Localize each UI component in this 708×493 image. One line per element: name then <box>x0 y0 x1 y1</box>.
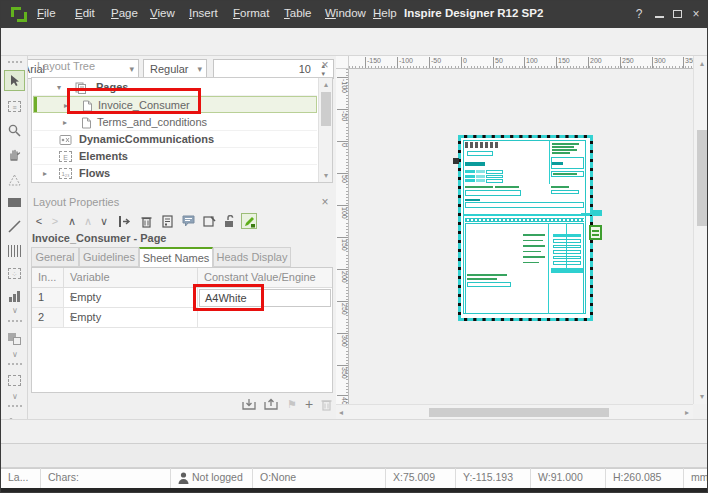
flow-anchor-handle[interactable] <box>589 225 602 240</box>
menu-file[interactable]: File <box>37 7 56 19</box>
help-button[interactable]: ? <box>631 6 647 22</box>
scrollbar-thumb[interactable] <box>697 130 707 226</box>
scroll-right-icon[interactable]: ▸ <box>685 408 689 417</box>
status-units[interactable]: mm <box>684 468 708 488</box>
nav-forward-button[interactable]: > <box>47 213 63 229</box>
scroll-left-icon[interactable]: ◂ <box>339 408 343 417</box>
font-style-select[interactable]: Regular ▾ <box>143 59 207 79</box>
font-size-input[interactable]: 10 ▴ ▾ <box>213 59 334 79</box>
variable-select[interactable]: Empty▾ <box>64 308 198 328</box>
close-button[interactable]: × <box>688 6 704 22</box>
scroll-down-icon[interactable]: ▾ <box>694 392 708 401</box>
menu-window[interactable]: Window <box>325 7 366 19</box>
flag-icon[interactable]: ⚑ <box>284 397 300 411</box>
move-down-button[interactable]: ∨ <box>96 213 112 229</box>
insert-before-button[interactable] <box>116 213 132 229</box>
status-login[interactable]: Not logged <box>171 468 253 488</box>
lock-button[interactable] <box>221 213 237 229</box>
chevron-down-icon: ▾ <box>70 313 192 322</box>
comment-button[interactable] <box>180 213 196 229</box>
move-up-button[interactable]: ∧ <box>64 213 80 229</box>
edit-mode-button[interactable] <box>241 213 257 229</box>
scrollbar-thumb[interactable] <box>321 92 331 126</box>
tab-guidelines[interactable]: Guidelines <box>79 247 139 267</box>
scroll-up-icon[interactable]: ▴ <box>694 59 708 68</box>
canvas-horizontal-scrollbar[interactable]: ◂ ▸ <box>336 404 693 419</box>
ruler-label: 50 <box>493 57 503 68</box>
line-tool[interactable] <box>4 216 25 237</box>
menu-edit[interactable]: Edit <box>75 7 95 19</box>
canvas-vertical-scrollbar[interactable]: ▴ ▾ <box>693 56 708 404</box>
menu-insert[interactable]: Insert <box>189 7 218 19</box>
nav-back-button[interactable]: < <box>31 213 47 229</box>
maximize-button[interactable] <box>670 6 686 22</box>
rectangle-tool[interactable] <box>4 192 25 213</box>
menu-page[interactable]: Page <box>111 7 138 19</box>
chart-tool[interactable] <box>4 285 25 306</box>
layout-tree-close-icon[interactable]: × <box>319 58 331 72</box>
constant-value-cell[interactable] <box>198 308 332 328</box>
move-top-button[interactable]: ∧ <box>80 213 96 229</box>
chevron-down-icon[interactable]: ∨ <box>9 350 21 359</box>
column-header-variable[interactable]: Variable <box>64 268 198 288</box>
checkbox-button[interactable] <box>201 213 217 229</box>
scroll-up-icon[interactable]: ▴ <box>319 80 333 89</box>
pan-tool[interactable] <box>4 144 25 165</box>
tree-scrollbar[interactable]: ▴ ▾ <box>318 78 332 182</box>
zoom-tool[interactable] <box>4 120 25 141</box>
menu-help[interactable]: Help <box>373 7 397 19</box>
expander-closed-icon[interactable]: ▸ <box>64 101 68 110</box>
design-canvas[interactable]: -150 -100 -50 0 50 100 150 200 250 300 3… <box>336 56 708 419</box>
ruler-label: 150 <box>337 237 348 251</box>
tab-sheet-names[interactable]: Sheet Names <box>139 247 213 268</box>
layout-properties-close-icon[interactable]: × <box>319 195 331 209</box>
tab-heads-display[interactable]: Heads Display <box>213 247 291 267</box>
menu-format[interactable]: Format <box>233 7 269 19</box>
select-tool[interactable] <box>4 70 25 91</box>
tab-general[interactable]: General <box>31 247 79 267</box>
expander-closed-icon[interactable]: ▸ <box>63 118 67 127</box>
menu-view[interactable]: View <box>150 7 175 19</box>
panel-splitter[interactable] <box>29 188 333 190</box>
scrollbar-thumb[interactable] <box>429 408 609 417</box>
tree-item-invoice-consumer[interactable]: ▸ Invoice_Consumer <box>33 96 317 113</box>
invoice-region <box>465 179 475 182</box>
objects-tool[interactable] <box>4 328 25 349</box>
tree-item-elements[interactable]: E Elements <box>33 148 317 165</box>
chevron-down-icon[interactable]: ∨ <box>9 306 21 315</box>
expander-closed-icon[interactable]: ▸ <box>43 169 47 178</box>
toolbar-drag-handle[interactable] <box>7 60 23 64</box>
invoice-region <box>552 143 579 145</box>
scroll-down-icon[interactable]: ▾ <box>319 171 333 180</box>
column-header-index[interactable]: In... <box>32 268 64 288</box>
tree-item-flows[interactable]: ▸ 1₂₃ Flows <box>33 165 317 182</box>
invoice-region <box>476 179 485 182</box>
menu-table[interactable]: Table <box>284 7 312 19</box>
invoice-region <box>549 140 550 184</box>
delete-button[interactable] <box>138 213 154 229</box>
column-header-constant[interactable]: Constant Value/Engine <box>198 268 332 288</box>
import-button[interactable] <box>241 397 257 411</box>
chevron-down-icon[interactable]: ∨ <box>9 392 21 401</box>
path-tool[interactable] <box>4 169 25 190</box>
export-button[interactable] <box>263 397 279 411</box>
tree-item-dynamic-communications[interactable]: DynamicCommunications <box>33 131 317 148</box>
page-edge-handle[interactable] <box>453 158 459 164</box>
barcode-tool[interactable] <box>4 240 25 261</box>
tree-item-pages[interactable]: ▾ Pages <box>33 79 317 96</box>
report-button[interactable] <box>159 213 175 229</box>
group-tool[interactable] <box>4 370 25 391</box>
omr-tool[interactable]: ⁘ <box>4 263 25 284</box>
delete-row-button[interactable] <box>318 397 334 411</box>
minimize-button[interactable] <box>652 6 668 22</box>
invoice-region <box>553 250 581 254</box>
tree-item-terms-and-conditions[interactable]: ▸ Terms_and_conditions <box>33 114 317 131</box>
page-preview[interactable] <box>458 135 593 321</box>
add-row-button[interactable]: + <box>301 397 317 411</box>
constant-value-input[interactable]: A4White <box>199 289 331 307</box>
text-frame-tool[interactable]: ≡ <box>4 96 25 117</box>
triangle-icon <box>8 174 21 186</box>
variable-select[interactable]: Empty▾ <box>64 288 198 308</box>
ruler-label: -150 <box>365 57 381 68</box>
expander-open-icon[interactable]: ▾ <box>57 83 61 92</box>
